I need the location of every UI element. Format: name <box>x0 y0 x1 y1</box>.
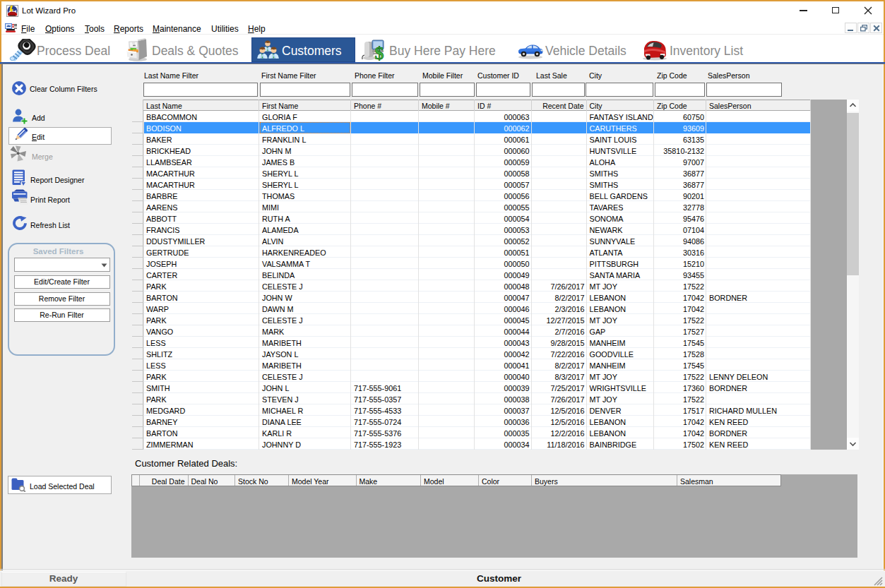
svg-text:$: $ <box>375 43 384 61</box>
